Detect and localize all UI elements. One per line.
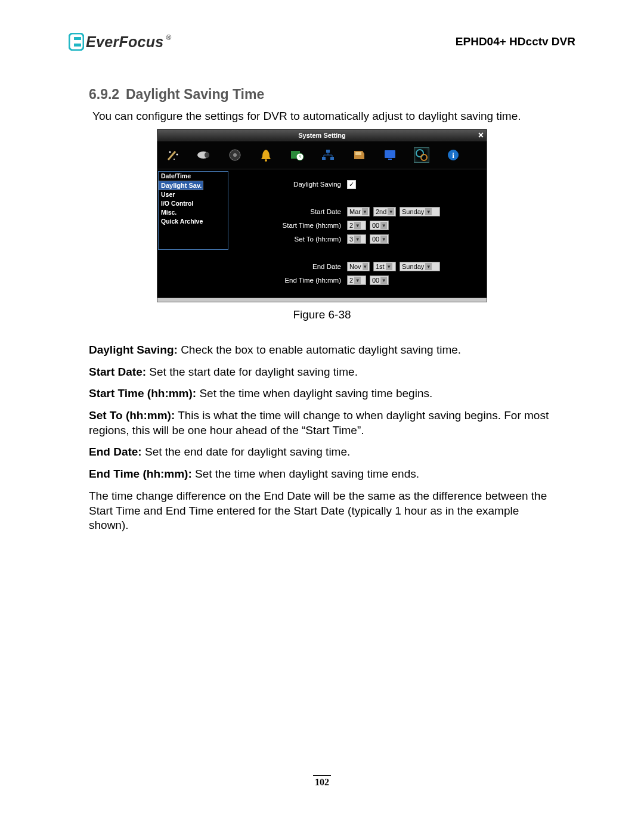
settings-sidebar: Date/Time Daylight Sav. User I/O Control… xyxy=(157,169,229,298)
chevron-down-icon: ▼ xyxy=(354,236,361,243)
svg-point-20 xyxy=(421,154,427,160)
window-titlebar: System Setting × xyxy=(157,129,487,141)
settings-toolbar: i xyxy=(157,141,487,169)
chevron-down-icon: ▼ xyxy=(380,236,387,243)
set-to-label: Set To (hh:mm) xyxy=(235,236,343,243)
svg-point-7 xyxy=(205,152,209,158)
chevron-down-icon: ▼ xyxy=(380,222,387,229)
svg-rect-2 xyxy=(74,44,81,47)
setto-hh-select[interactable]: 3▼ xyxy=(347,234,366,244)
svg-rect-16 xyxy=(355,152,361,155)
brand-name: EverFocus® xyxy=(86,33,172,51)
section-intro: You can configure the settings for DVR t… xyxy=(92,110,575,123)
sidebar-item-dst[interactable]: Daylight Sav. xyxy=(159,181,203,190)
page-header: EverFocus® EPHD04+ HDcctv DVR xyxy=(69,33,575,51)
section-heading: 6.9.2Daylight Saving Time xyxy=(89,86,575,103)
start-week-select[interactable]: 2nd▼ xyxy=(373,207,396,216)
system-icon[interactable] xyxy=(414,147,429,163)
svg-point-3 xyxy=(169,151,171,153)
svg-rect-17 xyxy=(385,150,395,158)
dvr-window: System Setting × i Date/Time Da xyxy=(157,129,487,302)
sidebar-item-user[interactable]: User xyxy=(159,190,228,199)
sidebar-item-misc[interactable]: Misc. xyxy=(159,208,228,217)
info-icon[interactable]: i xyxy=(446,148,460,162)
close-icon[interactable]: × xyxy=(478,130,484,141)
start-time-label: Start Time (hh:mm) xyxy=(235,222,343,229)
setto-mm-select[interactable]: 00▼ xyxy=(370,234,389,244)
product-name: EPHD04+ HDcctv DVR xyxy=(456,35,575,48)
start-hh-select[interactable]: 2▼ xyxy=(347,221,366,230)
window-title: System Setting xyxy=(298,132,345,139)
chevron-down-icon: ▼ xyxy=(425,208,432,215)
sidebar-item-archive[interactable]: Quick Archive xyxy=(159,217,228,226)
chevron-down-icon: ▼ xyxy=(362,208,368,215)
chevron-down-icon: ▼ xyxy=(425,263,432,270)
record-icon[interactable] xyxy=(228,148,242,162)
svg-rect-18 xyxy=(388,159,392,160)
chevron-down-icon: ▼ xyxy=(363,263,368,270)
svg-point-10 xyxy=(265,159,267,162)
chevron-down-icon: ▼ xyxy=(388,208,394,215)
end-date-label: End Date xyxy=(235,263,343,270)
end-month-select[interactable]: Nov▼ xyxy=(347,262,370,271)
figure-caption: Figure 6-38 xyxy=(69,308,575,321)
end-time-label: End Time (hh:mm) xyxy=(235,277,343,284)
closing-note: The time change difference on the End Da… xyxy=(89,489,555,533)
dst-checkbox[interactable]: ✓ xyxy=(347,180,356,189)
disk-icon[interactable] xyxy=(352,148,366,162)
svg-rect-0 xyxy=(69,33,83,50)
end-mm-select[interactable]: 00▼ xyxy=(370,275,389,285)
def-enddate: End Date: Set the end date for daylight … xyxy=(89,445,555,460)
end-hh-select[interactable]: 2▼ xyxy=(347,275,366,285)
chevron-down-icon: ▼ xyxy=(386,263,392,270)
start-mm-select[interactable]: 00▼ xyxy=(370,221,389,230)
page-number: 102 xyxy=(69,775,575,788)
camera-icon[interactable] xyxy=(197,148,211,162)
svg-rect-15 xyxy=(330,157,334,160)
def-endtime: End Time (hh:mm): Set the time when dayl… xyxy=(89,467,555,482)
network-icon[interactable] xyxy=(321,148,335,162)
window-footer xyxy=(157,298,487,302)
svg-point-4 xyxy=(177,154,178,156)
definitions: Daylight Saving: Check the box to enable… xyxy=(89,343,555,533)
start-month-select[interactable]: Mar▼ xyxy=(347,207,370,216)
chevron-down-icon: ▼ xyxy=(354,277,361,284)
alarm-icon[interactable] xyxy=(259,148,273,162)
display-icon[interactable] xyxy=(383,148,397,162)
wizard-icon[interactable] xyxy=(166,148,180,162)
def-dst: Daylight Saving: Check the box to enable… xyxy=(89,343,555,358)
svg-rect-14 xyxy=(322,157,326,160)
sidebar-item-datetime[interactable]: Date/Time xyxy=(159,172,228,181)
logo-icon xyxy=(69,33,84,51)
chevron-down-icon: ▼ xyxy=(354,222,361,229)
start-day-select[interactable]: Sunday▼ xyxy=(400,207,440,216)
chevron-down-icon: ▼ xyxy=(380,277,387,284)
def-startdate: Start Date: Set the start date for dayli… xyxy=(89,365,555,380)
svg-point-5 xyxy=(174,159,175,160)
end-day-select[interactable]: Sunday▼ xyxy=(400,262,440,271)
svg-text:i: i xyxy=(452,151,454,160)
svg-point-19 xyxy=(416,150,423,157)
svg-rect-1 xyxy=(74,37,81,40)
brand-logo: EverFocus® xyxy=(69,33,172,51)
def-setto: Set To (hh:mm): This is what the time wi… xyxy=(89,408,555,438)
schedule-icon[interactable] xyxy=(290,148,304,162)
svg-point-9 xyxy=(233,153,237,157)
svg-rect-13 xyxy=(326,150,330,153)
def-starttime: Start Time (hh:mm): Set the time when da… xyxy=(89,386,555,401)
start-date-label: Start Date xyxy=(235,208,343,215)
end-week-select[interactable]: 1st▼ xyxy=(373,262,396,271)
dst-label: Daylight Saving xyxy=(235,181,343,188)
sidebar-item-io[interactable]: I/O Control xyxy=(159,199,228,208)
settings-form: Daylight Saving ✓ Start Date Mar▼ 2nd▼ S… xyxy=(229,169,487,298)
